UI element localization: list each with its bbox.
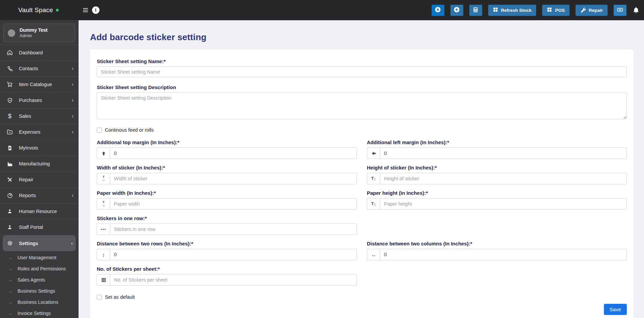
stickers-per-row-input[interactable] — [110, 223, 357, 235]
arrow-right-icon: → — [8, 288, 12, 294]
arrow-right-icon: → — [8, 277, 12, 283]
save-button[interactable]: Save — [604, 304, 627, 315]
add-button[interactable] — [450, 5, 463, 16]
sidebar-item-myinvois[interactable]: MyInvois — [0, 140, 79, 156]
continuous-feed-label: Continous feed or rolls — [105, 127, 154, 133]
money-bill-icon — [617, 7, 623, 14]
left-margin-input[interactable] — [380, 148, 627, 159]
sidebar-item-human-resource[interactable]: Human Resource — [0, 204, 79, 219]
sidebar-item-expenses[interactable]: Expenses ‹ — [0, 124, 79, 140]
stickers-per-sheet-label: No. of Stickers per sheet:* — [97, 266, 357, 272]
dollar-icon: $ — [6, 113, 13, 120]
navbar-actions: Refresh Stock POS Repair — [432, 0, 639, 20]
submenu-item-business-settings[interactable]: → Business Settings — [0, 285, 79, 296]
home-icon — [6, 49, 13, 56]
top-margin-input[interactable] — [110, 148, 357, 159]
sidebar-item-contacts[interactable]: Contacts ‹ — [0, 61, 79, 77]
gear-icon — [6, 240, 13, 247]
submenu-item-roles-permissions[interactable]: → Roles and Permissions — [0, 263, 79, 274]
set-default-checkbox[interactable] — [97, 295, 102, 300]
menu-toggle-icon[interactable] — [83, 8, 88, 12]
arrows-vertical-icon: ↕ — [97, 249, 110, 260]
submenu-item-invoice-settings[interactable]: → Invoice Settings — [0, 308, 79, 318]
circle-plus-icon — [454, 7, 460, 14]
chevron-left-icon: ‹ — [72, 113, 74, 119]
text-height-icon: T↕ — [367, 173, 380, 184]
avatar — [8, 29, 15, 37]
settings-submenu: → User Management → Roles and Permission… — [0, 251, 79, 318]
arrows-horizontal-icon: ↔ — [367, 249, 380, 260]
pie-chart-icon — [6, 192, 13, 199]
refresh-stock-button[interactable]: Refresh Stock — [488, 5, 536, 16]
form-grid: Additional top margin (In Inches):* Addi… — [97, 139, 627, 286]
cart-icon — [6, 81, 13, 88]
info-icon[interactable]: i — [92, 6, 99, 14]
column-distance-input[interactable] — [380, 249, 627, 260]
sticker-name-label: Sticker Sheet setting Name:* — [97, 58, 627, 64]
sticker-width-input[interactable] — [110, 173, 357, 184]
sticker-width-label: Width of sticker (In Inches):* — [97, 165, 357, 171]
sidebar-item-item-catalogue[interactable]: Item Catalogue ‹ — [0, 77, 79, 92]
phone-icon — [6, 65, 13, 72]
paper-height-input[interactable] — [380, 198, 627, 210]
stickers-per-row-label: Stickers in one row:* — [97, 215, 357, 221]
arrow-left-icon — [367, 148, 380, 159]
ellipsis-icon: ••• — [97, 223, 110, 235]
grid-2x2-icon — [493, 7, 498, 13]
notifications-bell-icon[interactable] — [633, 6, 639, 14]
chevron-left-icon: ‹ — [72, 98, 74, 103]
submenu-item-business-locations[interactable]: → Business Locations — [0, 296, 79, 308]
sticker-name-input[interactable] — [97, 67, 627, 77]
invoice-icon — [6, 144, 13, 151]
page-title: Add barcode sticker setting — [90, 32, 206, 43]
person-icon — [6, 224, 13, 231]
calculator-button[interactable] — [469, 5, 482, 16]
chevron-left-icon: ‹ — [72, 129, 74, 135]
sticker-description-input[interactable] — [97, 92, 627, 119]
text-width-icon: T↔ — [97, 173, 110, 184]
sidebar-item-dashboard[interactable]: Dashboard — [0, 45, 79, 61]
user-card[interactable]: Dummy Test Admin — [3, 24, 75, 42]
sidebar-item-staff-portal[interactable]: Staff Portal — [0, 219, 79, 235]
folder-icon — [6, 129, 13, 135]
app-window: Vault Space i — [0, 0, 644, 318]
submenu-item-user-management[interactable]: → User Management — [0, 252, 79, 263]
grid-3x3-icon — [97, 274, 110, 286]
chevron-left-icon: ‹ — [71, 241, 73, 246]
circle-arrow-down-icon — [435, 7, 441, 14]
user-role: Admin — [20, 33, 48, 38]
sidebar-item-manufacturing[interactable]: Manufacturing — [0, 156, 79, 172]
continuous-feed-checkbox[interactable] — [97, 128, 102, 133]
factory-icon — [6, 160, 13, 167]
sidebar-item-reports[interactable]: Reports ‹ — [0, 188, 79, 204]
stickers-per-sheet-input[interactable] — [110, 274, 357, 286]
row-distance-input[interactable] — [110, 249, 357, 260]
download-button[interactable] — [432, 5, 444, 16]
sidebar-item-sales[interactable]: $ Sales ‹ — [0, 108, 79, 124]
pos-button[interactable]: POS — [542, 5, 569, 16]
text-height-icon: T↕ — [367, 198, 380, 210]
tools-icon — [6, 176, 13, 183]
repair-button[interactable]: Repair — [576, 5, 608, 16]
arrow-up-icon — [97, 148, 110, 159]
sidebar-item-settings[interactable]: Settings ‹ — [3, 235, 76, 251]
arrow-right-icon: → — [8, 255, 12, 260]
refresh-stock-label: Refresh Stock — [501, 8, 532, 13]
chevron-left-icon: ‹ — [72, 82, 74, 87]
brand-logo[interactable]: Vault Space — [18, 0, 59, 20]
sidebar-item-repair[interactable]: Repair — [0, 172, 79, 188]
submenu-item-sales-agents[interactable]: → Sales Agents — [0, 274, 79, 285]
brand-text: Vault Space — [18, 6, 53, 14]
person-icon — [6, 208, 13, 215]
shield-check-icon — [6, 97, 13, 104]
left-margin-label: Additional left margin (In Inches):* — [367, 139, 627, 145]
column-distance-label: Distance between two columns (In Inches)… — [367, 241, 627, 247]
cash-register-button[interactable] — [614, 5, 626, 16]
sidebar-item-purchases[interactable]: Purchases ‹ — [0, 92, 79, 108]
sticker-description-label: Sticker Sheet setting Description — [97, 84, 627, 90]
pos-label: POS — [555, 8, 565, 13]
sticker-height-input[interactable] — [380, 173, 627, 184]
paper-width-input[interactable] — [110, 198, 357, 210]
arrow-right-icon: → — [8, 299, 12, 305]
text-width-icon: T↔ — [97, 198, 110, 210]
